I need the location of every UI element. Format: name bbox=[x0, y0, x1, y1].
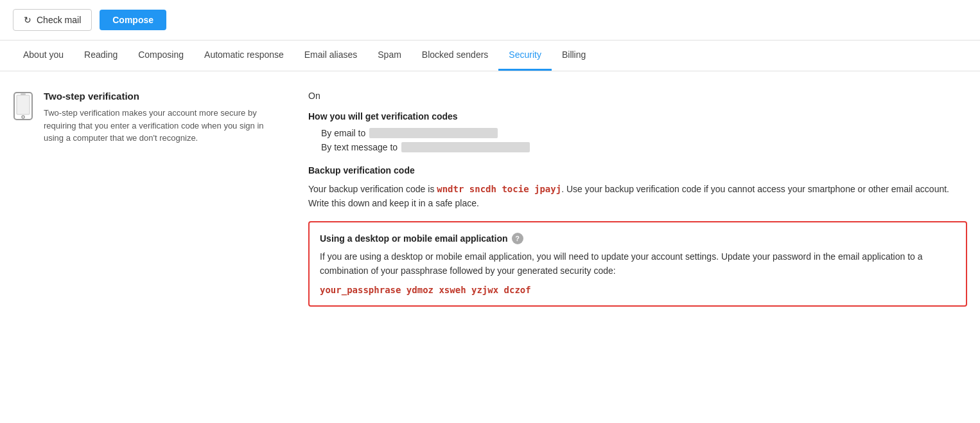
main-content: Two-step verification Two-step verificat… bbox=[0, 71, 980, 326]
backup-code: wndtr sncdh tocie jpayj bbox=[437, 184, 561, 194]
email-redacted bbox=[369, 128, 498, 138]
help-icon[interactable]: ? bbox=[512, 233, 523, 244]
by-email-label: By email to bbox=[321, 128, 365, 138]
backup-text-before: Your backup verification code is bbox=[308, 184, 437, 194]
security-code: your_passphrase ydmoz xsweh yzjwx dczof bbox=[320, 285, 956, 295]
tab-billing[interactable]: Billing bbox=[552, 40, 596, 71]
desktop-description: If you are using a desktop or mobile ema… bbox=[320, 249, 956, 278]
check-mail-button[interactable]: ↻ Check mail bbox=[13, 9, 92, 31]
toolbar: ↻ Check mail Compose bbox=[0, 0, 980, 40]
nav-tabs: About you Reading Composing Automatic re… bbox=[0, 40, 980, 71]
tab-automatic-response[interactable]: Automatic response bbox=[194, 40, 294, 71]
tab-email-aliases[interactable]: Email aliases bbox=[294, 40, 367, 71]
desktop-application-box: Using a desktop or mobile email applicat… bbox=[308, 221, 967, 307]
two-step-description: Two-step verification makes your account… bbox=[44, 107, 283, 145]
two-step-title: Two-step verification bbox=[44, 91, 283, 102]
backup-text: Your backup verification code is wndtr s… bbox=[308, 182, 967, 211]
tab-blocked-senders[interactable]: Blocked senders bbox=[412, 40, 499, 71]
left-panel-text: Two-step verification Two-step verificat… bbox=[44, 91, 283, 307]
svg-rect-1 bbox=[17, 95, 30, 114]
desktop-section-title: Using a desktop or mobile email applicat… bbox=[320, 233, 956, 244]
tab-security[interactable]: Security bbox=[498, 40, 552, 71]
backup-section-title: Backup verification code bbox=[308, 165, 967, 176]
backup-section: Backup verification code Your backup ver… bbox=[308, 165, 967, 211]
status-text: On bbox=[308, 91, 967, 101]
tab-composing[interactable]: Composing bbox=[128, 40, 194, 71]
svg-point-2 bbox=[22, 116, 24, 118]
tab-spam[interactable]: Spam bbox=[367, 40, 412, 71]
text-redacted bbox=[401, 142, 530, 152]
tab-reading[interactable]: Reading bbox=[74, 40, 128, 71]
email-verification-item: By email to bbox=[321, 128, 967, 138]
right-panel: On How you will get verification codes B… bbox=[308, 91, 967, 307]
verification-section-title: How you will get verification codes bbox=[308, 111, 967, 122]
verification-list: By email to By text message to bbox=[308, 128, 967, 152]
text-verification-item: By text message to bbox=[321, 142, 967, 152]
phone-icon bbox=[13, 92, 33, 307]
compose-button[interactable]: Compose bbox=[100, 10, 166, 30]
desktop-title-text: Using a desktop or mobile email applicat… bbox=[320, 233, 508, 244]
left-panel: Two-step verification Two-step verificat… bbox=[13, 91, 283, 307]
svg-rect-3 bbox=[21, 94, 26, 95]
refresh-icon: ↻ bbox=[24, 15, 31, 25]
compose-label: Compose bbox=[112, 15, 153, 25]
tab-about-you[interactable]: About you bbox=[13, 40, 74, 71]
by-text-label: By text message to bbox=[321, 142, 398, 152]
check-mail-label: Check mail bbox=[37, 15, 81, 25]
